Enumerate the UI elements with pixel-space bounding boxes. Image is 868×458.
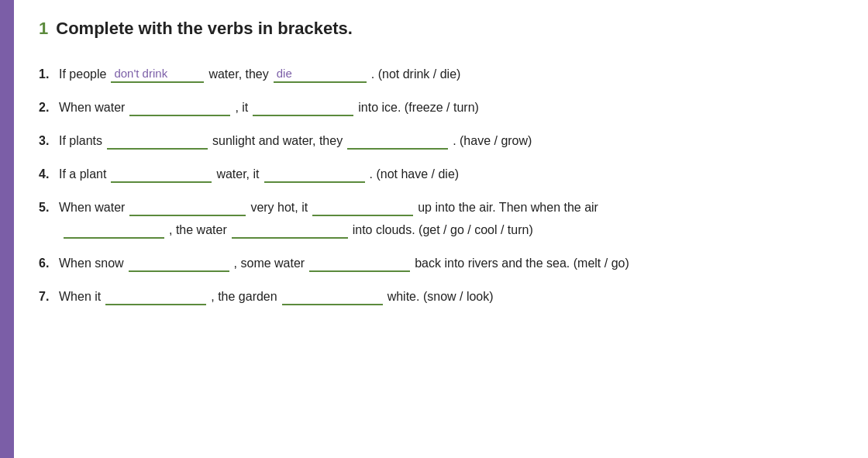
row-1-text-a: If people [59,67,106,81]
row-5-label: 5. [39,201,54,215]
input-5b[interactable] [312,198,413,216]
main-content: 1 Complete with the verbs in brackets. 1… [14,0,868,458]
row-5-text-d: , the water [169,223,227,237]
section-header: 1 Complete with the verbs in brackets. [39,19,843,39]
row-6-label: 6. [39,257,54,270]
row-6-text-a: When snow [59,257,124,270]
input-6b[interactable] [309,254,410,272]
row-4-text-a: If a plant [59,167,106,181]
input-2b[interactable] [253,98,353,116]
row-2-text-c: into ice. (freeze / turn) [358,101,479,115]
row-6-text-b: , some water [234,257,305,270]
row-5-text-c: up into the air. Then when the air [418,201,598,215]
input-2a[interactable] [129,98,230,116]
row-7-text-b: , the garden [211,290,277,304]
input-7a[interactable] [105,288,206,305]
row-2: 2. When water , it into ice. (freeze / t… [39,91,843,124]
left-bar [0,0,14,458]
row-7-text-a: When it [59,290,101,304]
row-2-text-a: When water [59,101,125,115]
input-5c[interactable] [64,221,164,239]
input-7b[interactable] [282,288,383,305]
exercise-rows: 1. If people water, they . (not drink / … [39,57,843,313]
input-4a[interactable] [111,165,212,183]
row-1: 1. If people water, they . (not drink / … [39,57,843,91]
row-5-line1: 5. When water very hot, it up into the a… [39,191,843,218]
input-3a[interactable] [107,132,208,150]
row-4-label: 4. [39,167,54,181]
section-title: Complete with the verbs in brackets. [56,19,353,39]
row-3-text-a: If plants [59,134,102,148]
input-1a[interactable] [111,65,204,83]
row-7-text-c: white. (snow / look) [388,290,494,304]
row-1-text-b: water, they [208,67,268,81]
row-3-text-c: . (have / grow) [453,134,532,148]
row-2-text-b: , it [235,101,248,115]
row-7: 7. When it , the garden white. (snow / l… [39,280,843,313]
input-5d[interactable] [232,221,348,239]
row-3-text-b: sunlight and water, they [212,134,343,148]
row-6: 6. When snow , some water back into rive… [39,246,843,280]
row-2-label: 2. [39,101,54,115]
row-1-label: 1. [39,67,54,81]
input-6a[interactable] [129,254,229,272]
row-4-text-c: . (not have / die) [370,167,460,181]
section-number: 1 [39,19,48,39]
input-5a[interactable] [129,198,246,216]
row-4-text-b: water, it [216,167,259,181]
row-5-wrapper: 5. When water very hot, it up into the a… [39,191,843,246]
input-1b[interactable] [274,65,367,83]
row-6-text-c: back into rivers and the sea. (melt / go… [415,257,629,270]
row-7-label: 7. [39,290,54,304]
row-3-label: 3. [39,134,54,148]
row-4: 4. If a plant water, it . (not have / di… [39,157,843,191]
input-4b[interactable] [264,165,365,183]
row-5-line2: , the water into clouds. (get / go / coo… [39,218,843,246]
row-5-text-b: very hot, it [250,201,308,215]
row-5-text-e: into clouds. (get / go / cool / turn) [353,223,533,237]
row-1-text-c: . (not drink / die) [371,67,461,81]
input-3b[interactable] [347,132,448,150]
row-5-text-a: When water [59,201,125,215]
row-3: 3. If plants sunlight and water, they . … [39,124,843,157]
